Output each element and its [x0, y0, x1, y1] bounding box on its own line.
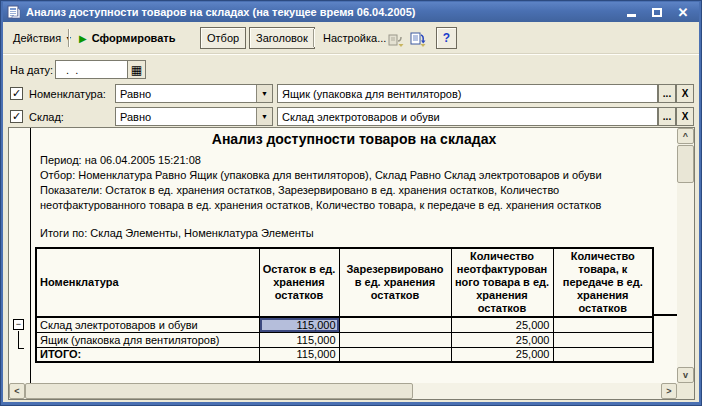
app-window: Анализ доступности товаров на складах (н… — [0, 0, 702, 406]
cell[interactable] — [339, 332, 451, 347]
maximize-button[interactable] — [649, 4, 665, 20]
help-button[interactable]: ? — [436, 27, 457, 49]
report-indicators: Показатели: Остаток в ед. хранения остат… — [40, 183, 650, 213]
cell[interactable]: 115,000 — [259, 332, 339, 347]
scrollbar-corner — [677, 383, 694, 399]
condition-select-warehouse[interactable]: Равно ▼ — [115, 107, 273, 126]
selected-cell[interactable]: 115,000 — [259, 317, 339, 332]
report-table: Номенклатура Остаток в ед. хранения оста… — [35, 247, 654, 363]
play-icon: ▶ — [79, 33, 87, 44]
generate-label: Сформировать — [92, 32, 176, 44]
tree-branch-tick — [18, 348, 24, 349]
ellipsis-label: ... — [663, 111, 671, 122]
condition-value: Равно — [116, 111, 256, 123]
header-button-label: Заголовок — [256, 32, 308, 44]
ellipsis-label: ... — [663, 88, 671, 99]
cell[interactable]: 25,000 — [451, 317, 553, 332]
table-row-item: Ящик (упаковка для вентиляторов) 115,000… — [36, 332, 653, 347]
column-header-nomenclature[interactable]: Номенклатура — [36, 248, 259, 317]
help-icon: ? — [443, 31, 450, 45]
report-title: Анализ доступности товаров на складах — [31, 131, 677, 147]
clear-icon: X — [682, 111, 689, 122]
date-value: . . — [60, 64, 78, 76]
h-scrollbar[interactable]: < > — [9, 383, 677, 399]
value-text: Склад электротоваров и обуви — [282, 111, 440, 123]
filter-label-warehouse: Склад: — [29, 111, 64, 123]
filter-button[interactable]: Отбор — [200, 27, 246, 49]
scroll-left-button[interactable]: < — [9, 383, 25, 399]
cell[interactable]: 25,000 — [451, 332, 553, 347]
toolbar-separator — [68, 29, 70, 47]
table-row-total: ИТОГО: 115,000 25,000 — [36, 347, 653, 362]
grouping-gutter-line — [30, 128, 31, 383]
column-header-uninvoiced[interactable]: Количество неотфактурованного товара в е… — [451, 248, 553, 317]
row-name-cell[interactable]: Ящик (упаковка для вентиляторов) — [36, 332, 259, 347]
table-row-warehouse: Склад электротоваров и обуви 115,000 25,… — [36, 317, 653, 332]
filter-checkbox-nomenclature[interactable]: ✓ — [10, 87, 23, 100]
checkmark-icon: ✓ — [12, 111, 21, 121]
restore-settings-button[interactable] — [386, 28, 407, 50]
window-title: Анализ доступности товаров на складах (н… — [26, 6, 416, 18]
filter-checkbox-warehouse[interactable]: ✓ — [10, 110, 23, 123]
clear-icon: X — [682, 88, 689, 99]
scroll-down-button[interactable]: v — [677, 367, 694, 383]
tree-branch-line — [18, 331, 19, 349]
settings-button[interactable]: Настройка... — [317, 27, 392, 49]
cell[interactable] — [339, 317, 451, 332]
minimize-button[interactable] — [623, 4, 639, 20]
header-button[interactable]: Заголовок — [249, 27, 315, 49]
column-header-reserved[interactable]: Зарезервировано в ед. хранения остатков — [339, 248, 451, 317]
filter-label-nomenclature: Номенклатура: — [29, 88, 106, 100]
restore-settings-icon — [388, 31, 405, 48]
cell[interactable]: 25,000 — [451, 347, 553, 362]
titlebar[interactable]: Анализ доступности товаров на складах (н… — [3, 2, 699, 22]
condition-value: Равно — [116, 88, 256, 100]
ellipsis-button[interactable]: ... — [658, 84, 676, 103]
date-input[interactable]: . . — [55, 60, 128, 79]
h-scroll-thumb[interactable] — [25, 383, 413, 399]
ellipsis-button[interactable]: ... — [658, 107, 676, 126]
chevron-down-icon[interactable]: ▼ — [256, 85, 272, 102]
date-label: На дату: — [10, 64, 53, 76]
minus-icon: − — [16, 319, 21, 329]
column-header-balance[interactable]: Остаток в ед. хранения остатков — [259, 248, 339, 317]
cell[interactable] — [553, 317, 653, 332]
value-text: Ящик (упаковка для вентиляторов) — [282, 88, 461, 100]
checkmark-icon: ✓ — [12, 88, 21, 98]
save-settings-icon — [410, 31, 427, 48]
report-totals: Итоги по: Склад Элементы, Номенклатура Э… — [40, 226, 314, 241]
tree-collapse-toggle[interactable]: − — [13, 319, 24, 330]
row-name-cell[interactable]: ИТОГО: — [36, 347, 259, 362]
generate-button[interactable]: ▶ Сформировать — [73, 27, 182, 49]
v-scrollbar[interactable]: ^ v — [677, 128, 694, 383]
chevron-down-icon[interactable]: ▼ — [256, 108, 272, 125]
settings-button-label: Настройка... — [323, 32, 386, 44]
value-input-warehouse[interactable]: Склад электротоваров и обуви — [277, 107, 658, 126]
clear-button[interactable]: X — [676, 107, 694, 126]
scroll-up-button[interactable]: ^ — [677, 128, 694, 144]
v-scroll-thumb[interactable] — [677, 145, 694, 183]
table-header-row: Номенклатура Остаток в ед. хранения оста… — [36, 248, 653, 317]
calendar-icon: ▦ — [131, 63, 142, 77]
filter-button-label: Отбор — [207, 32, 239, 44]
toolbar-divider — [3, 53, 699, 55]
column-header-transfer[interactable]: Количество товара, к передаче в ед. хран… — [553, 248, 653, 317]
report-icon — [7, 5, 21, 19]
report-period: Период: на 06.04.2005 15:21:08 — [40, 153, 201, 168]
cell[interactable] — [339, 347, 451, 362]
value-input-nomenclature[interactable]: Ящик (упаковка для вентиляторов) — [277, 84, 658, 103]
scroll-right-button[interactable]: > — [661, 383, 677, 399]
condition-select-nomenclature[interactable]: Равно ▼ — [115, 84, 273, 103]
close-button[interactable]: ✕ — [675, 4, 691, 20]
header-rule-extension — [654, 314, 677, 316]
cell[interactable] — [553, 332, 653, 347]
cell[interactable]: 115,000 — [259, 347, 339, 362]
report-filter-line: Отбор: Номенклатура Равно Ящик (упаковка… — [40, 168, 602, 183]
toolbar-separator — [313, 29, 315, 47]
cell[interactable] — [553, 347, 653, 362]
calendar-button[interactable]: ▦ — [127, 60, 146, 79]
actions-label: Действия — [13, 32, 61, 44]
row-name-cell[interactable]: Склад электротоваров и обуви — [36, 317, 259, 332]
save-settings-button[interactable] — [408, 28, 429, 50]
clear-button[interactable]: X — [676, 84, 694, 103]
